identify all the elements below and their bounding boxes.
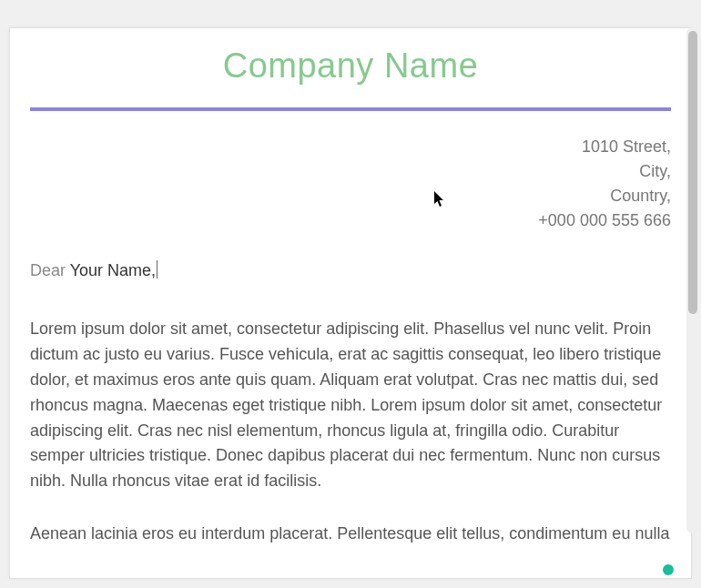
address-phone: +000 000 555 666 [30, 208, 671, 233]
letter-body[interactable]: Lorem ipsum dolor sit amet, consectetur … [30, 317, 671, 547]
letter-page: Company Name 1010 Street, City, Country,… [9, 27, 692, 579]
salutation-name: Your Name, [70, 261, 156, 279]
address-line: 1010 Street, [30, 135, 671, 159]
salutation-line[interactable]: Dear Your Name, [30, 260, 671, 280]
salutation-dear: Dear [30, 261, 66, 279]
address-line: City, [30, 159, 671, 184]
text-caret [157, 260, 157, 279]
scrollbar-track[interactable] [686, 27, 699, 533]
document-viewport: Company Name 1010 Street, City, Country,… [0, 0, 701, 588]
address-block[interactable]: 1010 Street, City, Country, +000 000 555… [30, 135, 671, 233]
header-divider [30, 107, 671, 111]
accent-dot-icon [663, 564, 674, 575]
company-name-title[interactable]: Company Name [30, 46, 671, 86]
body-paragraph: Lorem ipsum dolor sit amet, consectetur … [30, 317, 671, 494]
address-line: Country, [30, 184, 671, 208]
scrollbar-thumb[interactable] [688, 31, 697, 314]
body-paragraph: Aenean lacinia eros eu interdum placerat… [30, 522, 671, 547]
